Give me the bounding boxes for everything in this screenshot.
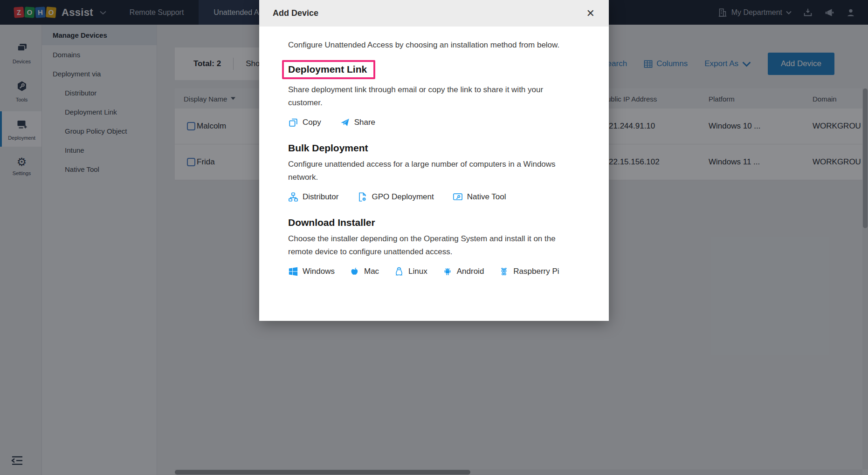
distributor-icon xyxy=(288,192,298,202)
raspberry-pi-label: Raspberry Pi xyxy=(513,267,559,276)
share-link-button[interactable]: Share xyxy=(340,117,375,128)
native-tool-button[interactable]: Native Tool xyxy=(453,192,506,202)
copy-label: Copy xyxy=(303,118,321,127)
windows-label: Windows xyxy=(303,267,335,276)
download-installer-actions: Windows Mac Linux xyxy=(288,266,583,277)
android-icon xyxy=(442,266,453,277)
mac-installer-button[interactable]: Mac xyxy=(350,266,379,277)
share-icon xyxy=(340,117,350,128)
mac-label: Mac xyxy=(364,267,379,276)
native-tool-label: Native Tool xyxy=(467,192,506,202)
bulk-deployment-description: Configure unattended access for a large … xyxy=(288,158,559,184)
copy-link-button[interactable]: Copy xyxy=(288,117,321,128)
windows-installer-button[interactable]: Windows xyxy=(288,266,335,277)
deployment-link-description: Share deployment link through email or c… xyxy=(288,83,559,109)
distributor-label: Distributor xyxy=(303,192,338,202)
gpo-deployment-label: GPO Deployment xyxy=(372,192,434,202)
modal-title: Add Device xyxy=(273,8,318,18)
section-heading-bulk-deployment: Bulk Deployment xyxy=(288,142,368,153)
linux-label: Linux xyxy=(408,267,427,276)
download-installer-description: Choose the installer depending on the Op… xyxy=(288,232,559,258)
share-label: Share xyxy=(354,118,375,127)
copy-icon xyxy=(288,117,298,128)
modal-intro-text: Configure Unattended Access by choosing … xyxy=(288,41,583,50)
bulk-deployment-actions: Distributor GPO Deployment Native T xyxy=(288,192,583,202)
page: Z O H O Assist Remote Support Unattended… xyxy=(0,0,868,475)
windows-icon xyxy=(288,266,298,277)
gpo-deployment-button[interactable]: GPO Deployment xyxy=(357,192,434,202)
close-icon[interactable]: ✕ xyxy=(585,7,597,20)
native-tool-icon xyxy=(453,192,463,202)
linux-installer-button[interactable]: Linux xyxy=(394,266,427,277)
raspberry-pi-icon xyxy=(499,266,509,277)
gpo-icon xyxy=(357,192,367,202)
apple-icon xyxy=(350,266,360,277)
modal-body: Configure Unattended Access by choosing … xyxy=(259,27,609,277)
deployment-link-actions: Copy Share xyxy=(288,117,583,128)
android-installer-button[interactable]: Android xyxy=(442,266,484,277)
raspberry-pi-installer-button[interactable]: Raspberry Pi xyxy=(499,266,559,277)
section-heading-download-installer: Download Installer xyxy=(288,217,375,228)
distributor-button[interactable]: Distributor xyxy=(288,192,338,202)
deployment-link-highlight-box: Deployment Link xyxy=(282,60,375,79)
android-label: Android xyxy=(457,267,484,276)
section-heading-deployment-link: Deployment Link xyxy=(288,64,367,75)
linux-icon xyxy=(394,266,404,277)
modal-header: Add Device ✕ xyxy=(259,0,609,27)
add-device-modal: Add Device ✕ Configure Unattended Access… xyxy=(259,0,609,321)
